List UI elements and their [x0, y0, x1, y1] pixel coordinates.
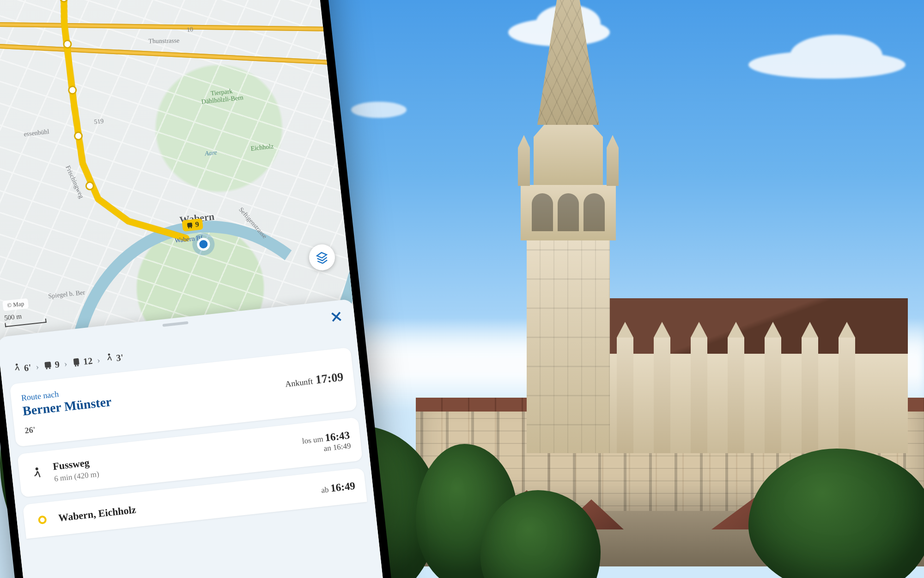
step-times: los um 16:43 an 16:49 [301, 429, 351, 455]
svg-point-15 [46, 368, 48, 369]
step-title: Wabern, Eichholz [58, 485, 314, 524]
cloud-icon [748, 51, 906, 79]
stop-icon [34, 512, 51, 528]
svg-point-5 [74, 132, 83, 140]
river-aare: Aare [204, 149, 217, 158]
svg-rect-10 [187, 222, 193, 227]
chain-bus-9: 9 [43, 358, 60, 371]
svg-rect-17 [73, 358, 79, 365]
route-bottom-sheet[interactable]: 6' › 9 › 12 › 3' [0, 299, 388, 578]
cloud-icon [351, 102, 407, 118]
svg-point-13 [16, 363, 18, 366]
svg-rect-14 [45, 362, 52, 368]
bus-badge-9[interactable]: 9 [182, 218, 203, 232]
svg-point-12 [191, 227, 192, 228]
chain-walk-1: 6' [12, 362, 32, 375]
svg-point-3 [63, 40, 72, 49]
svg-point-18 [75, 365, 77, 367]
svg-point-21 [35, 467, 38, 471]
svg-point-19 [77, 365, 79, 367]
street-thunstrasse: Thunstrasse [148, 37, 179, 45]
chain-walk-2: 3' [104, 351, 124, 364]
chain-tram-12: 12 [71, 355, 93, 369]
close-button[interactable] [328, 309, 344, 326]
road-10: 10 [186, 26, 194, 34]
chevron-right-icon: › [97, 354, 101, 365]
svg-point-6 [86, 182, 94, 190]
bern-minster [515, 120, 908, 453]
svg-point-22 [39, 517, 46, 523]
svg-point-11 [188, 227, 189, 228]
svg-point-20 [108, 353, 110, 356]
road-519: 519 [94, 117, 104, 126]
route-arrival: Ankunft17:09 [285, 370, 344, 390]
chevron-right-icon: › [35, 361, 39, 372]
walk-icon [29, 466, 46, 481]
phone-frame: Bern Innere Stadt Wabern Bundesgasse Aar… [0, 0, 396, 578]
step-times: ab 16:49 [321, 480, 356, 496]
svg-point-16 [49, 367, 51, 369]
svg-point-4 [68, 86, 77, 94]
phone-screen: Bern Innere Stadt Wabern Bundesgasse Aar… [0, 0, 388, 578]
chevron-right-icon: › [64, 358, 68, 369]
